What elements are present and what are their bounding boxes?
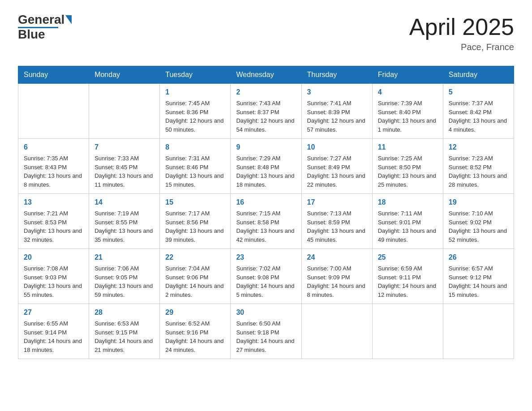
header-saturday: Saturday bbox=[443, 66, 514, 84]
day-info: Sunrise: 7:41 AMSunset: 8:39 PMDaylight:… bbox=[307, 99, 367, 134]
calendar-cell bbox=[301, 304, 372, 359]
day-info: Sunrise: 7:19 AMSunset: 8:55 PMDaylight:… bbox=[94, 209, 154, 244]
calendar-cell: 13Sunrise: 7:21 AMSunset: 8:53 PMDayligh… bbox=[18, 194, 89, 249]
day-number: 10 bbox=[307, 143, 367, 151]
day-number: 20 bbox=[24, 253, 83, 261]
header-wednesday: Wednesday bbox=[231, 66, 301, 84]
header-thursday: Thursday bbox=[301, 66, 372, 84]
header-tuesday: Tuesday bbox=[160, 66, 231, 84]
week-row-3: 13Sunrise: 7:21 AMSunset: 8:53 PMDayligh… bbox=[18, 194, 514, 249]
day-number: 1 bbox=[165, 88, 225, 96]
day-info: Sunrise: 6:53 AMSunset: 9:15 PMDaylight:… bbox=[94, 319, 154, 354]
day-info: Sunrise: 7:39 AMSunset: 8:40 PMDaylight:… bbox=[378, 99, 438, 134]
calendar-cell: 25Sunrise: 6:59 AMSunset: 9:11 PMDayligh… bbox=[372, 249, 443, 304]
calendar-cell: 23Sunrise: 7:02 AMSunset: 9:08 PMDayligh… bbox=[231, 249, 301, 304]
day-number: 21 bbox=[94, 253, 154, 261]
calendar-cell: 2Sunrise: 7:43 AMSunset: 8:37 PMDaylight… bbox=[231, 84, 301, 139]
day-number: 19 bbox=[449, 198, 508, 206]
page-header: General Blue April 2025 Pace, France bbox=[18, 13, 514, 52]
day-info: Sunrise: 7:00 AMSunset: 9:09 PMDaylight:… bbox=[307, 264, 367, 299]
day-info: Sunrise: 7:08 AMSunset: 9:03 PMDaylight:… bbox=[24, 264, 83, 299]
day-info: Sunrise: 7:29 AMSunset: 8:48 PMDaylight:… bbox=[236, 154, 296, 189]
day-info: Sunrise: 7:37 AMSunset: 8:42 PMDaylight:… bbox=[449, 99, 508, 134]
day-info: Sunrise: 7:45 AMSunset: 8:36 PMDaylight:… bbox=[165, 99, 225, 134]
logo-blue-text: Blue bbox=[18, 27, 45, 41]
day-info: Sunrise: 7:21 AMSunset: 8:53 PMDaylight:… bbox=[24, 209, 83, 244]
logo-triangle-icon bbox=[65, 15, 72, 24]
title-area: April 2025 Pace, France bbox=[409, 13, 514, 52]
calendar-cell: 18Sunrise: 7:11 AMSunset: 9:01 PMDayligh… bbox=[372, 194, 443, 249]
day-number: 13 bbox=[24, 198, 83, 206]
calendar-cell: 16Sunrise: 7:15 AMSunset: 8:58 PMDayligh… bbox=[231, 194, 301, 249]
calendar-cell: 10Sunrise: 7:27 AMSunset: 8:49 PMDayligh… bbox=[301, 139, 372, 194]
calendar-cell: 14Sunrise: 7:19 AMSunset: 8:55 PMDayligh… bbox=[89, 194, 160, 249]
calendar-cell: 20Sunrise: 7:08 AMSunset: 9:03 PMDayligh… bbox=[18, 249, 89, 304]
day-number: 29 bbox=[165, 308, 225, 317]
day-number: 22 bbox=[165, 253, 225, 261]
calendar-cell: 26Sunrise: 6:57 AMSunset: 9:12 PMDayligh… bbox=[443, 249, 514, 304]
day-info: Sunrise: 7:02 AMSunset: 9:08 PMDaylight:… bbox=[236, 264, 296, 299]
day-number: 3 bbox=[307, 88, 367, 96]
day-info: Sunrise: 6:57 AMSunset: 9:12 PMDaylight:… bbox=[449, 264, 508, 299]
day-number: 15 bbox=[165, 198, 225, 206]
day-info: Sunrise: 7:43 AMSunset: 8:37 PMDaylight:… bbox=[236, 99, 296, 134]
day-info: Sunrise: 7:27 AMSunset: 8:49 PMDaylight:… bbox=[307, 154, 367, 189]
day-info: Sunrise: 7:35 AMSunset: 8:43 PMDaylight:… bbox=[24, 154, 83, 189]
location: Pace, France bbox=[409, 42, 514, 52]
day-info: Sunrise: 6:50 AMSunset: 9:18 PMDaylight:… bbox=[236, 319, 296, 354]
day-number: 4 bbox=[378, 88, 438, 96]
day-number: 24 bbox=[307, 253, 367, 261]
calendar-cell: 11Sunrise: 7:25 AMSunset: 8:50 PMDayligh… bbox=[372, 139, 443, 194]
calendar-cell: 30Sunrise: 6:50 AMSunset: 9:18 PMDayligh… bbox=[231, 304, 301, 359]
logo-general-text: General bbox=[18, 13, 64, 26]
day-number: 30 bbox=[236, 308, 296, 317]
day-number: 12 bbox=[449, 143, 508, 151]
calendar-cell: 27Sunrise: 6:55 AMSunset: 9:14 PMDayligh… bbox=[18, 304, 89, 359]
week-row-1: 1Sunrise: 7:45 AMSunset: 8:36 PMDaylight… bbox=[18, 84, 514, 139]
logo: General Blue bbox=[18, 13, 72, 41]
calendar-cell: 19Sunrise: 7:10 AMSunset: 9:02 PMDayligh… bbox=[443, 194, 514, 249]
header-friday: Friday bbox=[372, 66, 443, 84]
day-number: 9 bbox=[236, 143, 296, 151]
calendar-cell: 9Sunrise: 7:29 AMSunset: 8:48 PMDaylight… bbox=[231, 139, 301, 194]
day-info: Sunrise: 6:55 AMSunset: 9:14 PMDaylight:… bbox=[24, 319, 83, 354]
calendar-cell: 8Sunrise: 7:31 AMSunset: 8:46 PMDaylight… bbox=[160, 139, 231, 194]
calendar-cell bbox=[443, 304, 514, 359]
calendar-cell: 6Sunrise: 7:35 AMSunset: 8:43 PMDaylight… bbox=[18, 139, 89, 194]
day-number: 8 bbox=[165, 143, 225, 151]
day-info: Sunrise: 7:15 AMSunset: 8:58 PMDaylight:… bbox=[236, 209, 296, 244]
day-number: 2 bbox=[236, 88, 296, 96]
day-number: 28 bbox=[94, 308, 154, 317]
month-title: April 2025 bbox=[409, 13, 514, 40]
day-number: 14 bbox=[94, 198, 154, 206]
calendar-cell: 12Sunrise: 7:23 AMSunset: 8:52 PMDayligh… bbox=[443, 139, 514, 194]
calendar-cell: 4Sunrise: 7:39 AMSunset: 8:40 PMDaylight… bbox=[372, 84, 443, 139]
calendar-cell: 3Sunrise: 7:41 AMSunset: 8:39 PMDaylight… bbox=[301, 84, 372, 139]
day-number: 27 bbox=[24, 308, 83, 317]
week-row-5: 27Sunrise: 6:55 AMSunset: 9:14 PMDayligh… bbox=[18, 304, 514, 359]
day-info: Sunrise: 7:17 AMSunset: 8:56 PMDaylight:… bbox=[165, 209, 225, 244]
day-info: Sunrise: 7:04 AMSunset: 9:06 PMDaylight:… bbox=[165, 264, 225, 299]
day-number: 17 bbox=[307, 198, 367, 206]
day-info: Sunrise: 7:06 AMSunset: 9:05 PMDaylight:… bbox=[94, 264, 154, 299]
calendar-cell: 21Sunrise: 7:06 AMSunset: 9:05 PMDayligh… bbox=[89, 249, 160, 304]
day-number: 18 bbox=[378, 198, 438, 206]
day-number: 23 bbox=[236, 253, 296, 261]
day-info: Sunrise: 7:11 AMSunset: 9:01 PMDaylight:… bbox=[378, 209, 438, 244]
day-number: 16 bbox=[236, 198, 296, 206]
day-info: Sunrise: 7:23 AMSunset: 8:52 PMDaylight:… bbox=[449, 154, 508, 189]
day-info: Sunrise: 7:13 AMSunset: 8:59 PMDaylight:… bbox=[307, 209, 367, 244]
day-info: Sunrise: 6:59 AMSunset: 9:11 PMDaylight:… bbox=[378, 264, 438, 299]
header-monday: Monday bbox=[89, 66, 160, 84]
day-info: Sunrise: 7:25 AMSunset: 8:50 PMDaylight:… bbox=[378, 154, 438, 189]
calendar-cell: 15Sunrise: 7:17 AMSunset: 8:56 PMDayligh… bbox=[160, 194, 231, 249]
day-info: Sunrise: 7:33 AMSunset: 8:45 PMDaylight:… bbox=[94, 154, 154, 189]
calendar-cell: 5Sunrise: 7:37 AMSunset: 8:42 PMDaylight… bbox=[443, 84, 514, 139]
weekday-header-row: SundayMondayTuesdayWednesdayThursdayFrid… bbox=[18, 66, 514, 84]
calendar-cell: 28Sunrise: 6:53 AMSunset: 9:15 PMDayligh… bbox=[89, 304, 160, 359]
calendar-table: SundayMondayTuesdayWednesdayThursdayFrid… bbox=[18, 66, 514, 359]
calendar-cell: 17Sunrise: 7:13 AMSunset: 8:59 PMDayligh… bbox=[301, 194, 372, 249]
day-number: 7 bbox=[94, 143, 154, 151]
calendar-cell: 1Sunrise: 7:45 AMSunset: 8:36 PMDaylight… bbox=[160, 84, 231, 139]
day-number: 26 bbox=[449, 253, 508, 261]
